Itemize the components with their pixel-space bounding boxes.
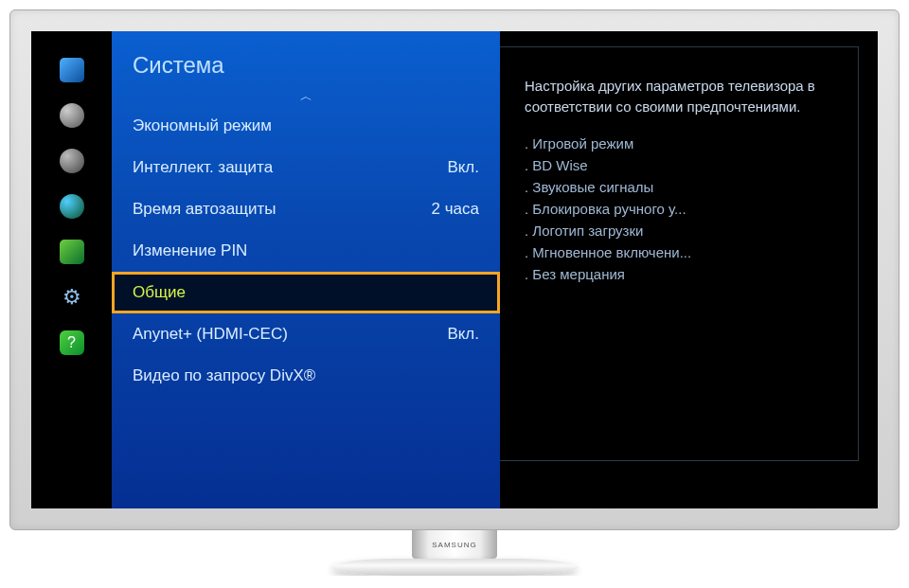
menu-item-label: Видео по запросу DivX® [133, 366, 315, 385]
category-rail: ⚙ ? [31, 31, 112, 508]
scroll-up-icon[interactable]: ︿ [112, 88, 500, 105]
menu-item-change-pin[interactable]: Изменение PIN [112, 230, 500, 272]
menu-item-value: 2 часа [432, 200, 479, 219]
broadcast-icon[interactable] [60, 149, 84, 173]
smarthub-icon[interactable] [60, 240, 84, 264]
info-bullet: BD Wise [525, 154, 829, 176]
menu-item-smart-security[interactable]: Интеллект. защита Вкл. [112, 147, 500, 188]
menu-item-label: Общие [133, 283, 186, 302]
menu-item-label: Anynet+ (HDMI-CEC) [133, 325, 288, 344]
info-bullet: Звуковые сигналы [525, 176, 829, 198]
tv-stand-neck: SAMSUNG [412, 530, 497, 559]
menu-panel: Система ︿ Экономный режим Интеллект. защ… [112, 31, 500, 508]
menu-item-label: Время автозащиты [133, 200, 276, 219]
menu-title: Система [112, 48, 500, 88]
settings-osd: ⚙ ? Система ︿ Экономный режим Интеллект.… [31, 31, 878, 508]
network-icon[interactable] [60, 194, 84, 219]
menu-item-label: Изменение PIN [133, 241, 247, 260]
brand-label: SAMSUNG [432, 541, 476, 549]
picture-icon[interactable] [60, 58, 84, 82]
sound-icon[interactable] [60, 103, 84, 128]
info-bullet: Блокировка ручного у... [525, 198, 829, 220]
info-bullet: Без мерцания [525, 263, 829, 285]
tv-bezel: ⚙ ? Система ︿ Экономный режим Интеллект.… [9, 9, 900, 530]
menu-item-value: Вкл. [447, 158, 479, 177]
info-bullet-list: Игровой режим BD Wise Звуковые сигналы Б… [525, 133, 829, 285]
system-icon[interactable]: ⚙ [60, 285, 84, 310]
tv-frame: ⚙ ? Система ︿ Экономный режим Интеллект.… [9, 9, 900, 576]
info-bullet: Мгновенное включени... [525, 241, 829, 263]
menu-list: Экономный режим Интеллект. защита Вкл. В… [112, 105, 500, 397]
menu-item-divx[interactable]: Видео по запросу DivX® [112, 355, 500, 397]
tv-screen: ⚙ ? Система ︿ Экономный режим Интеллект.… [31, 31, 878, 508]
info-bullet: Игровой режим [525, 133, 829, 154]
menu-item-label: Интеллект. защита [133, 158, 273, 177]
info-bullet: Логотип загрузки [525, 220, 829, 241]
support-icon[interactable]: ? [60, 330, 84, 355]
menu-item-eco[interactable]: Экономный режим [112, 105, 500, 147]
menu-item-auto-protect-time[interactable]: Время автозащиты 2 часа [112, 188, 500, 230]
menu-item-label: Экономный режим [133, 116, 272, 135]
tv-stand-base [331, 559, 578, 576]
menu-item-value: Вкл. [447, 325, 479, 344]
info-description: Настройка других параметров телевизора в… [525, 76, 829, 117]
menu-item-general[interactable]: Общие [112, 272, 500, 313]
menu-item-anynet[interactable]: Anynet+ (HDMI-CEC) Вкл. [112, 313, 500, 355]
info-panel: Настройка других параметров телевизора в… [500, 46, 859, 461]
